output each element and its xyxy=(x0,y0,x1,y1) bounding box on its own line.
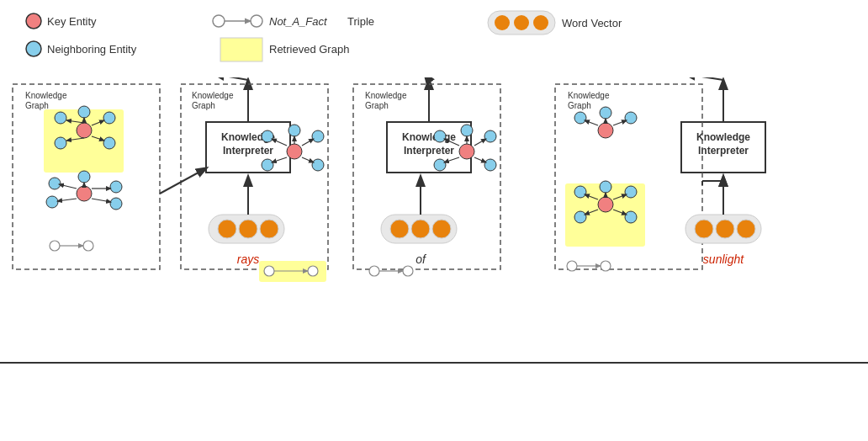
svg-point-44 xyxy=(77,123,92,138)
svg-point-126 xyxy=(600,107,611,119)
svg-point-134 xyxy=(695,220,713,238)
svg-text:Graph: Graph xyxy=(568,101,591,110)
svg-text:Knowledge: Knowledge xyxy=(192,91,234,100)
svg-point-123 xyxy=(598,123,613,138)
svg-text:Interpreter: Interpreter xyxy=(698,145,749,157)
svg-point-143 xyxy=(26,13,41,29)
svg-point-77 xyxy=(262,130,273,142)
svg-point-94 xyxy=(484,130,496,142)
svg-point-114 xyxy=(625,186,637,198)
svg-rect-152 xyxy=(220,38,262,61)
svg-point-104 xyxy=(403,266,413,276)
svg-text:Word Vector: Word Vector xyxy=(562,17,622,29)
svg-point-88 xyxy=(264,266,274,276)
svg-point-60 xyxy=(78,171,90,183)
svg-point-56 xyxy=(49,178,61,189)
svg-point-59 xyxy=(110,198,122,210)
svg-point-79 xyxy=(312,130,324,142)
svg-text:Graph: Graph xyxy=(192,101,215,110)
svg-point-149 xyxy=(251,15,262,27)
svg-point-125 xyxy=(625,112,637,124)
svg-text:Knowledge: Knowledge xyxy=(365,91,407,100)
svg-point-136 xyxy=(737,220,755,238)
svg-point-68 xyxy=(83,241,93,251)
svg-point-71 xyxy=(218,220,236,238)
svg-text:Interpreter: Interpreter xyxy=(404,145,454,157)
svg-text:Graph: Graph xyxy=(365,101,389,110)
svg-point-47 xyxy=(55,137,66,149)
svg-point-90 xyxy=(308,266,318,276)
svg-point-132 xyxy=(601,261,611,271)
svg-point-93 xyxy=(434,159,446,171)
svg-text:rays: rays xyxy=(237,252,259,266)
svg-point-45 xyxy=(55,112,66,124)
legend-area: Key Entity Neighboring Entity Not_A_Fact… xyxy=(0,362,868,441)
svg-point-135 xyxy=(716,220,734,238)
svg-point-157 xyxy=(533,15,548,30)
svg-point-92 xyxy=(434,130,446,142)
svg-point-91 xyxy=(459,144,474,159)
svg-text:Not_A_Fact: Not_A_Fact xyxy=(269,15,328,28)
svg-point-106 xyxy=(390,220,409,238)
svg-point-55 xyxy=(77,186,92,201)
svg-point-66 xyxy=(50,241,60,251)
svg-point-76 xyxy=(287,144,302,159)
svg-point-124 xyxy=(574,112,586,124)
svg-point-113 xyxy=(574,186,586,198)
svg-point-80 xyxy=(312,159,324,171)
svg-text:Triple: Triple xyxy=(347,15,374,28)
svg-text:Interpreter: Interpreter xyxy=(223,145,273,157)
svg-point-147 xyxy=(213,15,225,27)
svg-point-81 xyxy=(288,125,300,136)
svg-point-117 xyxy=(600,181,611,193)
svg-point-48 xyxy=(103,137,115,149)
svg-point-115 xyxy=(574,211,586,223)
svg-point-58 xyxy=(110,181,122,193)
svg-point-78 xyxy=(262,159,273,171)
svg-text:Knowledge: Knowledge xyxy=(696,131,750,143)
svg-text:Retrieved Graph: Retrieved Graph xyxy=(269,43,349,56)
svg-point-102 xyxy=(369,266,379,276)
svg-point-145 xyxy=(26,41,41,56)
svg-point-155 xyxy=(495,15,510,30)
svg-text:Knowledge: Knowledge xyxy=(402,131,456,143)
svg-point-46 xyxy=(103,112,115,124)
svg-point-108 xyxy=(432,220,451,238)
svg-text:Knowledge: Knowledge xyxy=(25,91,67,100)
svg-rect-142 xyxy=(0,0,868,77)
svg-point-49 xyxy=(78,106,90,118)
svg-point-112 xyxy=(598,197,613,212)
svg-point-107 xyxy=(411,220,430,238)
svg-point-116 xyxy=(625,211,637,223)
svg-point-96 xyxy=(461,125,473,136)
svg-text:Graph: Graph xyxy=(25,101,49,110)
svg-point-95 xyxy=(484,159,496,171)
svg-text:Knowledge: Knowledge xyxy=(568,91,610,100)
svg-point-73 xyxy=(260,220,278,238)
svg-text:sunlight: sunlight xyxy=(703,252,744,266)
svg-point-130 xyxy=(567,261,577,271)
svg-point-57 xyxy=(46,196,58,208)
svg-point-72 xyxy=(239,220,257,238)
svg-point-156 xyxy=(514,15,529,30)
svg-text:Key Entity: Key Entity xyxy=(47,15,97,28)
svg-text:Neighboring Entity: Neighboring Entity xyxy=(47,43,137,56)
